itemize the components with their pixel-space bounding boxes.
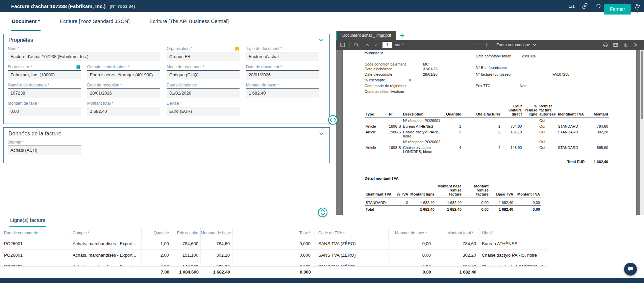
chat-bubble-button[interactable] (624, 263, 637, 276)
field-compte-centralisateur-input[interactable]: Fournisseurs, étranger (401900) (87, 71, 160, 79)
pdf-items-row: N° réception PO26002 : Oui (365, 139, 609, 145)
field-nom-input[interactable]: Facture d'achat 107238 (Fabrikam, Inc.) (8, 52, 160, 61)
pdf-toolbar: sur 1 Zoom automatique (336, 40, 644, 50)
pdf-info-line: % escompte0 (365, 78, 385, 82)
print-icon[interactable] (603, 42, 608, 48)
field-numero-document: Numéro de document * 107238 (8, 83, 81, 98)
field-date-reception-label: Date de réception * (87, 83, 160, 89)
tab-document[interactable]: Document * (11, 12, 41, 31)
collapse-properties-icon[interactable] (318, 37, 325, 44)
pdf-info-line: N° facture fournisseurFA107238 (476, 72, 512, 76)
pdf-document-tab[interactable]: Document achat _ Impr.pdf (336, 31, 396, 40)
invoice-data-title: Données de la facture (8, 131, 61, 137)
pdf-scrollbar-thumb[interactable] (641, 51, 643, 119)
field-type-document-label: Type de document * (246, 46, 319, 52)
document-title: Facture d'achat 107238 (Fabrikam, Inc.) (11, 3, 106, 9)
zoom-select[interactable]: Zoom automatique (494, 43, 538, 47)
field-montant-taxe-input[interactable]: 0,00 (8, 107, 81, 116)
email-icon[interactable] (613, 42, 618, 48)
properties-title: Propriétés (8, 37, 33, 43)
page-indicator: 1/1 (569, 4, 575, 9)
field-organisation-input[interactable]: Cronus FR (167, 52, 240, 61)
teal-flag-icon (76, 65, 80, 70)
pdf-vat-header: Identifiant TVA % TVA Montant ligne Mont… (365, 184, 541, 198)
tab-lines-facture[interactable]: Ligne(s) facture (9, 217, 46, 227)
field-montant-base-input[interactable]: 1 682,40 (246, 89, 319, 98)
field-fournisseur-input[interactable]: Fabrikam, Inc. (10000) (8, 71, 81, 79)
field-montant-total: Montant total * 1 682,40 (87, 101, 160, 116)
field-compte-centralisateur-label: Compte centralisateur * (87, 65, 160, 71)
pdf-items-total-row: Total EUR 1 682,40 (365, 154, 609, 164)
field-date-reception-input[interactable]: 28/01/2026 (87, 89, 160, 98)
pdf-text: fournisseur (365, 51, 383, 55)
pdf-info-line: Date comptabilisation28/01/26 (476, 54, 511, 58)
field-fournisseur-label: Fournisseur * (8, 65, 32, 69)
field-mode-reglement-input[interactable]: Chèque (CHQ) (167, 71, 240, 79)
pdf-items-table: Type N° Description Quantité Qté à factu… (365, 103, 609, 164)
pdf-info-line: Code condition paiementMC (365, 62, 406, 66)
field-numero-document-input[interactable]: 107238 (8, 89, 81, 98)
tab-ecriture-tbs-api[interactable]: Ecriture [Tbs API Business Central] (149, 12, 229, 31)
download-icon[interactable] (623, 42, 628, 48)
yooz-number: (N° Yooz 34) (110, 4, 135, 9)
kebab-menu[interactable] (635, 5, 640, 14)
comment-icon[interactable] (595, 3, 601, 9)
page-count-label: sur 1 (395, 43, 404, 47)
pdf-canvas-area: fournisseur Code condition paiementMC Da… (336, 50, 644, 215)
field-type-document-input[interactable]: Facture d'achat (246, 52, 319, 61)
pdf-scrollbar[interactable] (640, 50, 644, 215)
lines-table-totals-row: 7,00 1 084,600 1 682,40 0,000 0,00 1 682… (0, 266, 547, 278)
previous-page-icon[interactable] (365, 42, 370, 48)
add-document-tab-icon[interactable] (400, 31, 404, 40)
zoom-select-value: Zoom automatique (496, 43, 530, 47)
pdf-vat-row: STANDARD01 682,40 1 682,400,001 682,400,… (365, 198, 541, 206)
field-devise-input[interactable]: Euro (EUR) (167, 107, 240, 116)
next-page-icon[interactable] (373, 42, 378, 48)
page-number-input[interactable] (382, 42, 392, 48)
field-fournisseur: Fournisseur * Fabrikam, Inc. (10000) (8, 65, 81, 79)
field-devise-label: Devise * (167, 101, 240, 107)
pdf-tabstrip: Document achat _ Impr.pdf (336, 31, 644, 40)
invoice-lines-section: Ligne(s) facture Bon de commande Compte … (0, 215, 644, 278)
field-date-echeance-input[interactable]: 31/01/2026 (167, 89, 240, 98)
tab-ecriture-yooz-json[interactable]: Ecriture [Yooz Standard JSON] (59, 12, 130, 31)
zoom-out-icon[interactable] (473, 42, 478, 48)
vertical-splitter-handle[interactable] (328, 115, 338, 125)
more-tools-icon[interactable] (633, 42, 639, 48)
collapse-invoice-data-icon[interactable] (318, 130, 325, 137)
pdf-info-line: N° B.L. fournisseur (476, 66, 507, 70)
pdf-items-row: N° réception PO26001 : Oui (365, 118, 609, 124)
lines-table-row[interactable]: PO26001 Achats, marchandises - Export...… (0, 238, 547, 250)
field-nom: Nom * Facture d'achat 107238 (Fabrikam, … (8, 46, 160, 61)
link-icon[interactable] (582, 3, 588, 9)
field-montant-taxe: Montant de taxe * 0,00 (8, 101, 81, 116)
pdf-info-line: Date d'escompte28/01/26 (365, 72, 392, 76)
horizontal-splitter-handle[interactable] (318, 208, 327, 217)
field-date-document-input[interactable]: 28/01/2026 (246, 71, 319, 79)
main-tabbar: Document * Ecriture [Yooz Standard JSON]… (0, 12, 644, 31)
field-montant-total-label: Montant total * (87, 101, 160, 107)
field-montant-taxe-label: Montant de taxe * (8, 101, 81, 107)
pdf-page: fournisseur Code condition paiementMC Da… (343, 50, 636, 215)
pdf-viewer-pane: Document achat _ Impr.pdf sur 1 Zoom aut… (336, 31, 644, 215)
field-montant-base: Montant de base * 1 682,40 (246, 83, 319, 98)
field-journal-input[interactable]: Achats (ACH) (8, 146, 81, 155)
field-organisation-label: Organisation * (167, 46, 192, 51)
field-montant-total-input[interactable]: 1 682,40 (87, 107, 160, 116)
close-button[interactable]: Fermer (604, 4, 631, 15)
sidebar-toggle-icon[interactable] (340, 42, 345, 48)
lines-tabrow: Ligne(s) facture (0, 215, 547, 228)
field-devise: Devise * Euro (EUR) (167, 101, 240, 116)
field-date-echeance: Date d'échéance 31/01/2026 (167, 83, 240, 98)
pdf-vat-title: Détail montant TVA (365, 176, 399, 180)
field-compte-centralisateur: Compte centralisateur * Fournisseurs, ét… (87, 65, 160, 79)
pdf-items-row: Article1896-SBureau ATHÈNES 11784,60 Oui… (365, 123, 609, 129)
lines-table-row[interactable]: PO26001 Achats, marchandises - Export...… (0, 250, 547, 261)
properties-panel: Propriétés Nom * Facture d'achat 107238 … (3, 34, 330, 124)
field-date-echeance-label: Date d'échéance (167, 83, 240, 89)
lines-table-header: Bon de commande Compte * Quantité Prix u… (0, 228, 547, 238)
zoom-in-icon[interactable] (484, 42, 489, 48)
pdf-info-line: Date d'échéance31/01/26 (365, 67, 392, 71)
field-journal-label: Journal * (8, 140, 81, 146)
search-icon[interactable] (354, 42, 359, 48)
